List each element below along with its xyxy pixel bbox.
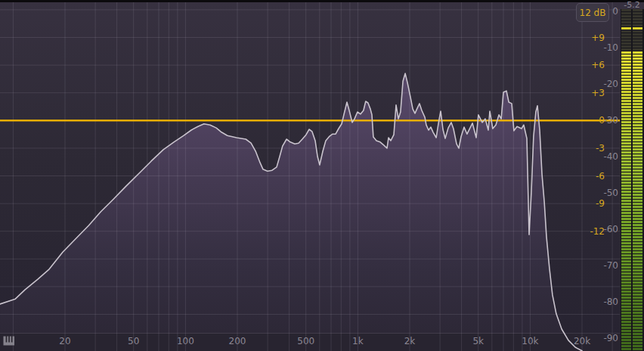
meter-segment-gaps <box>633 9 642 351</box>
gain-range-badge-label: 12 dB <box>580 8 606 18</box>
meter-column-right <box>633 9 642 351</box>
top-edge-bar <box>0 0 644 2</box>
meter-segment-gaps <box>621 9 631 351</box>
meter-column-left <box>621 9 631 351</box>
piano-display-toggle-icon[interactable] <box>3 336 15 346</box>
output-level-meter <box>621 9 644 351</box>
freq-axis-strip <box>0 334 620 351</box>
spectrum-plot-area[interactable] <box>0 0 644 351</box>
eq-spectrum-analyzer-window: 20501002005001k2k5k10k20k0-10-20-30-40-5… <box>0 0 644 351</box>
eq-zero-line <box>0 120 620 121</box>
gain-range-badge[interactable]: 12 dB <box>576 3 609 22</box>
